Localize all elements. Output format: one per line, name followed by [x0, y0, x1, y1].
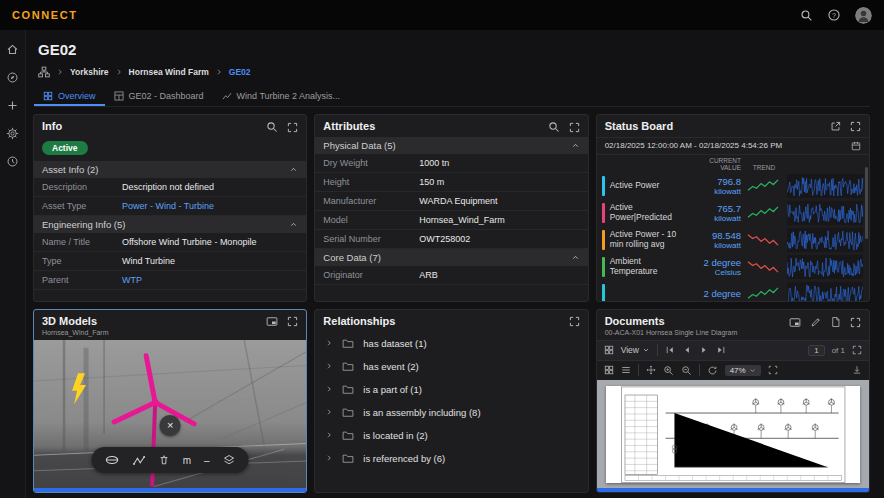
status-row[interactable]: 2 degree [597, 280, 869, 301]
grid-view-icon[interactable] [604, 345, 614, 355]
search-icon[interactable] [800, 9, 813, 22]
next-page-icon[interactable] [699, 345, 709, 355]
annotation-marker[interactable] [72, 373, 86, 404]
search-icon[interactable] [266, 121, 278, 133]
horizontal-scrollbar[interactable] [34, 488, 306, 492]
section-core-data[interactable]: Core Data (7) [315, 249, 587, 266]
first-page-icon[interactable] [665, 345, 675, 355]
metric-label: Ambient Temperature [610, 257, 682, 277]
tab-overview[interactable]: Overview [34, 85, 105, 106]
close-button[interactable]: × [160, 415, 181, 436]
timeseries-chart [787, 228, 863, 252]
document-export-icon[interactable] [830, 316, 841, 328]
zoom-level-dropdown[interactable]: 47% [725, 365, 761, 376]
relationship-label: has dataset (1) [363, 338, 426, 349]
chevron-right-icon [115, 68, 123, 76]
sidebar-item-settings[interactable] [6, 127, 19, 140]
section-physical-data[interactable]: Physical Data (5) [315, 137, 587, 154]
breadcrumb-item[interactable]: Hornsea Wind Farm [129, 67, 209, 77]
status-row[interactable]: Active Power|Predicted 765.7kilowatt [597, 199, 869, 226]
section-engineering-info[interactable]: Engineering Info (5) [34, 216, 306, 233]
search-icon[interactable] [548, 121, 560, 133]
series-color-bar [602, 176, 605, 196]
metric-label: Active Power [610, 181, 682, 191]
status-row[interactable]: Active Power 796.8kilowatt [597, 172, 869, 199]
sidebar-item-home[interactable] [6, 43, 19, 56]
page-number-input[interactable]: 1 [808, 345, 824, 356]
chevron-up-icon [571, 253, 580, 262]
zoom-out-button[interactable]: – [204, 455, 210, 466]
document-canvas[interactable] [597, 380, 869, 488]
view-dropdown[interactable]: View [621, 345, 650, 355]
pan-tool-icon[interactable] [646, 365, 656, 375]
avatar[interactable] [855, 7, 872, 24]
field-value[interactable]: Power - Wind - Turbine [122, 201, 214, 211]
vertical-scrollbar[interactable] [865, 167, 868, 239]
prev-page-icon[interactable] [682, 345, 692, 355]
left-sidebar [0, 30, 26, 498]
expand-icon[interactable] [569, 122, 580, 133]
delete-tool-icon[interactable] [159, 454, 170, 466]
measure-tool-icon[interactable] [133, 455, 146, 466]
fullscreen-icon[interactable] [852, 345, 862, 355]
field-value: Hornsea_Wind_Farm [419, 215, 505, 225]
expand-icon[interactable] [569, 316, 580, 327]
expand-icon[interactable] [287, 122, 298, 133]
panel-title: Status Board [605, 120, 673, 133]
expand-icon[interactable] [287, 316, 298, 327]
3d-viewport[interactable]: × m – [34, 340, 306, 488]
date-range-picker[interactable]: 02/18/2025 12:00:00 AM - 02/18/2025 4:54… [597, 137, 869, 155]
section-title: Core Data (7) [323, 252, 381, 263]
relationship-item[interactable]: has dataset (1) [315, 332, 587, 355]
download-icon[interactable] [852, 365, 862, 375]
section-title: Asset Info (2) [42, 164, 99, 175]
relationship-item[interactable]: has event (2) [315, 355, 587, 378]
field-value: ARB [419, 270, 438, 280]
breadcrumb-item[interactable]: Yorkshire [70, 67, 109, 77]
unit-label[interactable]: m [183, 455, 191, 466]
tab-dashboard[interactable]: GE02 - Dashboard [105, 85, 213, 106]
field-value: Offshore Wind Turbine - Monopile [122, 237, 256, 247]
info-panel: Info Active Asset Info (2) Description [33, 114, 307, 302]
annotate-icon[interactable] [810, 317, 821, 328]
section-asset-info[interactable]: Asset Info (2) [34, 161, 306, 178]
pip-icon[interactable] [266, 316, 278, 327]
metric-value: 796.8kilowatt [687, 176, 741, 196]
hierarchy-icon [38, 66, 50, 78]
attribute-row: Model Hornsea_Wind_Farm [315, 211, 587, 230]
thumbnails-icon[interactable] [604, 365, 614, 375]
horizontal-scrollbar[interactable] [597, 488, 869, 492]
tab-analysis[interactable]: Wind Turbine 2 Analysis... [213, 85, 350, 106]
list-view-icon[interactable] [621, 365, 631, 375]
field-label: Parent [42, 275, 122, 285]
last-page-icon[interactable] [716, 345, 726, 355]
relationship-item[interactable]: is located in (2) [315, 424, 587, 447]
sidebar-item-explore[interactable] [6, 71, 19, 84]
status-row[interactable]: Active Power - 10 min rolling avg 98.548… [597, 226, 869, 253]
zoom-in-icon[interactable] [663, 365, 674, 376]
zoom-out-icon[interactable] [681, 365, 692, 376]
info-row: Type Wind Turbine [34, 252, 306, 271]
fit-page-icon[interactable] [768, 365, 778, 375]
help-icon[interactable]: ? [827, 8, 841, 22]
sidebar-item-add[interactable] [6, 99, 19, 112]
field-value[interactable]: WTP [122, 275, 142, 285]
relationship-item[interactable]: is a part of (1) [315, 378, 587, 401]
rotate-icon[interactable] [707, 365, 718, 376]
folder-icon [342, 361, 354, 372]
sidebar-item-history[interactable] [6, 155, 19, 168]
pip-icon[interactable] [789, 317, 801, 328]
expand-icon[interactable] [850, 317, 861, 328]
breadcrumb-item-current[interactable]: GE02 [229, 67, 251, 77]
layers-icon[interactable] [223, 454, 236, 466]
status-row[interactable]: Ambient Temperature 2 degreeCelsius [597, 253, 869, 280]
relationship-item[interactable]: is referenced by (6) [315, 447, 587, 470]
open-in-new-icon[interactable] [830, 121, 841, 132]
single-line-diagram [606, 386, 860, 483]
folder-icon [342, 384, 354, 395]
slice-tool-icon[interactable] [105, 454, 120, 466]
relationship-item[interactable]: is an assembly including (8) [315, 401, 587, 424]
timeseries-chart [787, 282, 863, 301]
attributes-panel: Attributes Physical Data (5) Dry Weight [314, 114, 588, 302]
expand-icon[interactable] [850, 121, 861, 132]
